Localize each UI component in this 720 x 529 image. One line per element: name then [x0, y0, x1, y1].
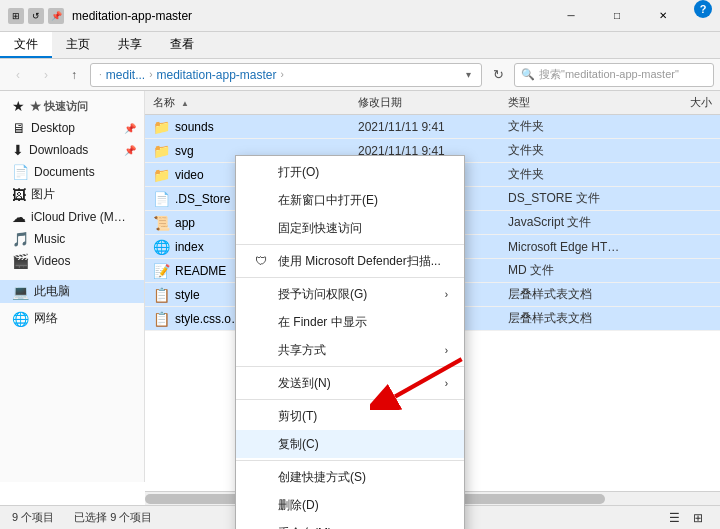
- view-list-button[interactable]: ☰: [664, 508, 684, 528]
- sidebar-item-pictures[interactable]: 🖼 图片: [0, 183, 144, 206]
- quick-access-label: ★ 快速访问: [30, 99, 88, 114]
- refresh-button[interactable]: ↻: [486, 63, 510, 87]
- file-type-sounds: 文件夹: [500, 118, 640, 135]
- ctx-access-label: 授予访问权限(G): [278, 286, 367, 303]
- sidebar-item-documents[interactable]: 📄 Documents: [0, 161, 144, 183]
- breadcrumb-item-medit[interactable]: medit...: [106, 68, 145, 82]
- titlebar-icons: ⊞ ↺ 📌: [8, 8, 64, 24]
- file-name-sounds: 📁 sounds: [145, 119, 350, 135]
- ctx-copy[interactable]: 复制(C): [236, 430, 464, 458]
- ctx-copy-label: 复制(C): [278, 436, 319, 453]
- col-name-header[interactable]: 名称 ▲: [145, 95, 350, 110]
- css-icon: 📋: [153, 287, 170, 303]
- view-grid-button[interactable]: ⊞: [688, 508, 708, 528]
- ctx-delete-label: 删除(D): [278, 497, 319, 514]
- file-icon: 📄: [153, 191, 170, 207]
- sidebar-label-icloud: iCloud Drive (M…: [31, 210, 126, 224]
- nav-up-button[interactable]: ↑: [62, 63, 86, 87]
- address-box[interactable]: · medit... › meditation-app-master › ▾: [90, 63, 482, 87]
- file-type-readme: MD 文件: [500, 262, 640, 279]
- ctx-open-new[interactable]: 在新窗口中打开(E): [236, 186, 464, 214]
- sidebar: ★ ★ 快速访问 🖥 Desktop 📌 ⬇ Downloads 📌 📄 Doc…: [0, 91, 145, 482]
- ctx-rename[interactable]: 重命名(M): [236, 519, 464, 529]
- col-date-header[interactable]: 修改日期: [350, 95, 500, 110]
- ctx-delete[interactable]: 删除(D): [236, 491, 464, 519]
- address-dropdown-icon[interactable]: ▾: [462, 69, 475, 80]
- sidebar-item-videos[interactable]: 🎬 Videos: [0, 250, 144, 272]
- sidebar-item-music[interactable]: 🎵 Music: [0, 228, 144, 250]
- context-menu: 打开(O) 在新窗口中打开(E) 固定到快速访问 🛡 使用 Microsoft …: [235, 155, 465, 529]
- maximize-button[interactable]: □: [594, 0, 640, 32]
- minimize-button[interactable]: ─: [548, 0, 594, 32]
- search-box[interactable]: 🔍 搜索"meditation-app-master": [514, 63, 714, 87]
- tab-file[interactable]: 文件: [0, 32, 52, 58]
- nav-forward-button[interactable]: ›: [34, 63, 58, 87]
- col-size-header[interactable]: 大小: [640, 95, 720, 110]
- rename-icon: [252, 524, 270, 529]
- search-icon: 🔍: [521, 68, 535, 81]
- share-icon: [252, 341, 270, 359]
- open-icon: [252, 163, 270, 181]
- breadcrumb-sep-2: ›: [281, 69, 284, 80]
- sidebar-label-downloads: Downloads: [29, 143, 88, 157]
- file-type-app: JavaScript 文件: [500, 214, 640, 231]
- access-icon: [252, 285, 270, 303]
- tab-home[interactable]: 主页: [52, 32, 104, 58]
- file-date-sounds: 2021/11/11 9:41: [350, 120, 500, 134]
- sidebar-item-network[interactable]: 🌐 网络: [0, 307, 144, 330]
- ctx-open-new-label: 在新窗口中打开(E): [278, 192, 378, 209]
- sidebar-item-quick-access: ★ ★ 快速访问: [0, 95, 144, 117]
- col-type-header[interactable]: 类型: [500, 95, 640, 110]
- ctx-defender[interactable]: 🛡 使用 Microsoft Defender扫描...: [236, 247, 464, 275]
- breadcrumb-item-master[interactable]: meditation-app-master: [156, 68, 276, 82]
- nav-back-button[interactable]: ‹: [6, 63, 30, 87]
- finder-icon: [252, 313, 270, 331]
- help-icon[interactable]: ?: [694, 0, 712, 18]
- ctx-finder[interactable]: 在 Finder 中显示: [236, 308, 464, 336]
- delete-icon: [252, 496, 270, 514]
- file-type-svg: 文件夹: [500, 142, 640, 159]
- pin-icon-desktop: 📌: [124, 123, 136, 134]
- folder-icon: 📁: [153, 119, 170, 135]
- breadcrumb-sep-1: ›: [149, 69, 152, 80]
- ctx-sep-2: [236, 277, 464, 278]
- ctx-open[interactable]: 打开(O): [236, 158, 464, 186]
- sidebar-item-desktop[interactable]: 🖥 Desktop 📌: [0, 117, 144, 139]
- table-row[interactable]: 📁 sounds 2021/11/11 9:41 文件夹: [145, 115, 720, 139]
- icloud-icon: ☁: [12, 209, 26, 225]
- sidebar-label-documents: Documents: [34, 165, 95, 179]
- tab-view[interactable]: 查看: [156, 32, 208, 58]
- tab-share[interactable]: 共享: [104, 32, 156, 58]
- md-icon: 📝: [153, 263, 170, 279]
- sidebar-label-videos: Videos: [34, 254, 70, 268]
- ctx-rename-label: 重命名(M): [278, 525, 332, 530]
- sidebar-label-desktop: Desktop: [31, 121, 75, 135]
- ctx-open-label: 打开(O): [278, 164, 319, 181]
- sidebar-item-downloads[interactable]: ⬇ Downloads 📌: [0, 139, 144, 161]
- pin-icon-downloads: 📌: [124, 145, 136, 156]
- sidebar-item-thispc[interactable]: 💻 此电脑: [0, 280, 144, 303]
- defender-icon: 🛡: [252, 252, 270, 270]
- red-arrow: [370, 350, 470, 410]
- sidebar-label-music: Music: [34, 232, 65, 246]
- statusbar-view-controls: ☰ ⊞: [664, 508, 708, 528]
- ctx-pin[interactable]: 固定到快速访问: [236, 214, 464, 242]
- titlebar-controls: ─ □ ✕ ?: [548, 0, 712, 32]
- ctx-defender-label: 使用 Microsoft Defender扫描...: [278, 253, 441, 270]
- css-icon-2: 📋: [153, 311, 170, 327]
- pin-icon: 📌: [48, 8, 64, 24]
- network-icon: 🌐: [12, 311, 29, 327]
- sidebar-item-icloud[interactable]: ☁ iCloud Drive (M…: [0, 206, 144, 228]
- breadcrumb: · medit... › meditation-app-master ›: [97, 68, 462, 82]
- ctx-cut-label: 剪切(T): [278, 408, 317, 425]
- pin-quick-icon: [252, 219, 270, 237]
- ctx-shortcut[interactable]: 创建快捷方式(S): [236, 463, 464, 491]
- html-icon: 🌐: [153, 239, 170, 255]
- ctx-access[interactable]: 授予访问权限(G) ›: [236, 280, 464, 308]
- sidebar-label-pictures: 图片: [31, 186, 55, 203]
- pictures-icon: 🖼: [12, 187, 26, 203]
- quick-access-icon: ↺: [28, 8, 44, 24]
- close-button[interactable]: ✕: [640, 0, 686, 32]
- downloads-icon: ⬇: [12, 142, 24, 158]
- music-icon: 🎵: [12, 231, 29, 247]
